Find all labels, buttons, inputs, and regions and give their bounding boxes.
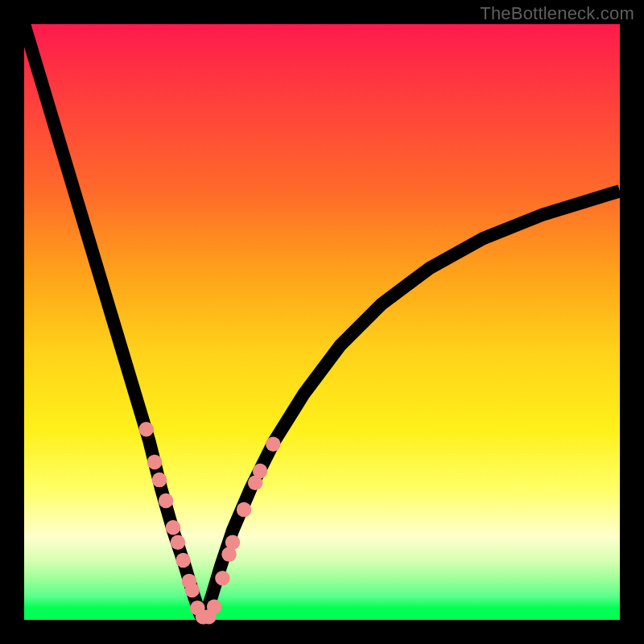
bead (175, 553, 191, 568)
bead (138, 422, 154, 437)
bead (159, 493, 174, 509)
bead (171, 535, 186, 551)
bead (253, 464, 268, 479)
chart-frame: TheBottleneck.com (0, 0, 644, 644)
bead (215, 571, 230, 586)
bead (184, 583, 200, 598)
bead (166, 520, 181, 535)
bead (225, 535, 241, 551)
bead (147, 455, 163, 470)
bead (207, 599, 222, 614)
bead (152, 473, 167, 488)
bead (266, 436, 281, 452)
watermark-text: TheBottleneck.com (480, 3, 634, 24)
bead (237, 502, 252, 518)
bottleneck-curve (24, 24, 620, 620)
chart-overlay-svg (24, 24, 620, 620)
